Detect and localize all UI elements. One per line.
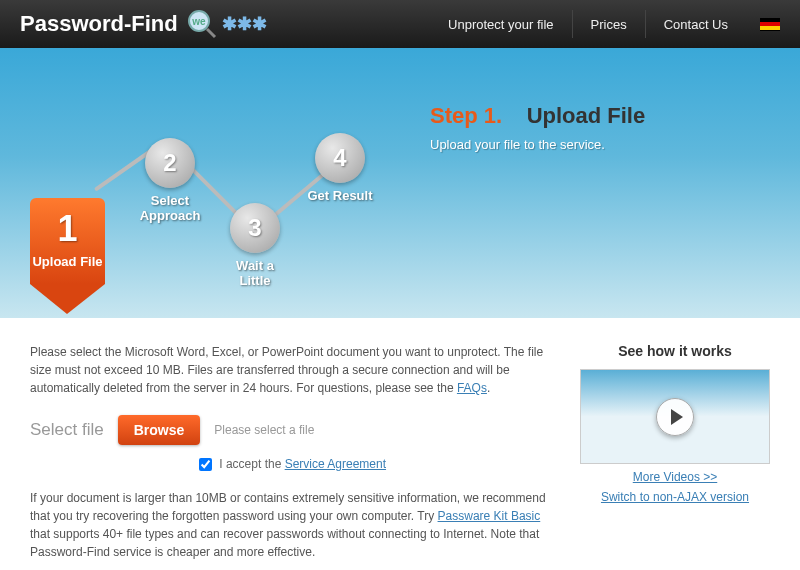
- arrow-down-icon: [30, 284, 105, 314]
- hero-text: Step 1. Upload File Upload your file to …: [430, 103, 760, 152]
- more-videos-link[interactable]: More Videos >>: [580, 470, 770, 484]
- play-button-icon[interactable]: [656, 398, 694, 436]
- switch-version-link[interactable]: Switch to non-AJAX version: [580, 490, 770, 504]
- step-3-label: Wait a Little: [220, 258, 290, 288]
- accept-prefix: I accept the: [219, 457, 284, 471]
- step-prefix: Step 1.: [430, 103, 502, 128]
- content: Please select the Microsoft Word, Excel,…: [0, 318, 800, 570]
- nav-unprotect[interactable]: Unprotect your file: [430, 10, 572, 38]
- file-hint: Please select a file: [214, 421, 314, 439]
- german-flag-icon[interactable]: [760, 18, 780, 31]
- select-file-label: Select file: [30, 417, 104, 443]
- accept-row: I accept the Service Agreement: [30, 455, 555, 473]
- passware-link[interactable]: Passware Kit Basic: [438, 509, 541, 523]
- magnifier-icon: we: [186, 8, 218, 40]
- intro-text: Please select the Microsoft Word, Excel,…: [30, 343, 555, 397]
- recommend-text: If your document is larger than 10MB or …: [30, 489, 555, 561]
- stars-icon: ✱✱✱: [222, 13, 267, 35]
- connector: [94, 148, 154, 191]
- step-2-circle: 2: [145, 138, 195, 188]
- logo-we: we: [191, 16, 206, 27]
- top-header: Password-Find we ✱✱✱ Unprotect your file…: [0, 0, 800, 48]
- video-thumbnail[interactable]: [580, 369, 770, 464]
- step-2-num: 2: [163, 149, 176, 177]
- rec-p2: that supports 40+ file types and can rec…: [30, 527, 539, 559]
- step-title: Step 1. Upload File: [430, 103, 760, 129]
- step-1-active: 1 Upload File: [30, 198, 105, 314]
- step-4-label: Get Result: [305, 188, 375, 203]
- select-file-row: Select file Browse Please select a file: [30, 415, 555, 445]
- sidebar-title: See how it works: [580, 343, 770, 359]
- logo[interactable]: Password-Find we ✱✱✱: [20, 8, 267, 40]
- play-triangle-icon: [671, 409, 683, 425]
- main-column: Please select the Microsoft Word, Excel,…: [30, 343, 555, 561]
- nav-contact[interactable]: Contact Us: [645, 10, 746, 38]
- step-name: Upload File: [527, 103, 646, 128]
- faqs-link[interactable]: FAQs: [457, 381, 487, 395]
- steps-diagram: 1 Upload File 2 Select Approach 3 Wait a…: [20, 113, 390, 333]
- browse-button[interactable]: Browse: [118, 415, 201, 445]
- service-agreement-link[interactable]: Service Agreement: [285, 457, 386, 471]
- step-4-circle: 4: [315, 133, 365, 183]
- step-2-label: Select Approach: [135, 193, 205, 223]
- svg-line-1: [207, 29, 215, 37]
- step-1-label: Upload File: [30, 254, 105, 269]
- step-1-num: 1: [30, 208, 105, 250]
- accept-checkbox[interactable]: [199, 458, 212, 471]
- step-4-num: 4: [333, 144, 346, 172]
- hero: 1 Upload File 2 Select Approach 3 Wait a…: [0, 48, 800, 318]
- step-subtitle: Upload your file to the service.: [430, 137, 760, 152]
- step-3-circle: 3: [230, 203, 280, 253]
- step-3-num: 3: [248, 214, 261, 242]
- nav-prices[interactable]: Prices: [572, 10, 645, 38]
- nav: Unprotect your file Prices Contact Us: [430, 10, 780, 38]
- logo-text: Password-Find: [20, 11, 178, 37]
- sidebar: See how it works More Videos >> Switch t…: [580, 343, 770, 561]
